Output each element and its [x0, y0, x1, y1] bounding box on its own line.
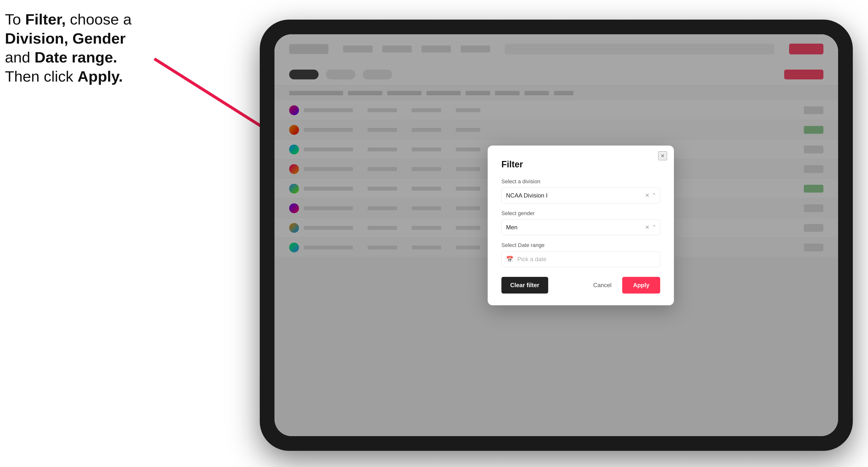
select-icons: ✕ ⌃ — [645, 192, 656, 199]
clear-division-icon[interactable]: ✕ — [645, 192, 649, 199]
calendar-icon: 📅 — [506, 256, 514, 263]
instruction-text: To Filter, choose a Division, Gender and… — [5, 10, 147, 86]
division-select[interactable]: NCAA Division I — [501, 188, 660, 204]
chevron-gender-icon: ⌃ — [652, 224, 656, 230]
chevron-division-icon: ⌃ — [652, 192, 656, 199]
division-label: Select a division — [501, 178, 660, 185]
division-select-wrapper: NCAA Division I ✕ ⌃ — [501, 188, 660, 204]
tablet-frame: × Filter Select a division NCAA Division… — [260, 20, 853, 451]
modal-footer-right: Cancel Apply — [587, 277, 660, 293]
apply-button[interactable]: Apply — [622, 277, 660, 293]
clear-gender-icon[interactable]: ✕ — [645, 224, 649, 230]
gender-select[interactable]: Men — [501, 220, 660, 235]
modal-close-button[interactable]: × — [658, 151, 667, 160]
modal-footer: Clear filter Cancel Apply — [501, 277, 660, 293]
clear-filter-button[interactable]: Clear filter — [501, 277, 548, 293]
modal-overlay: × Filter Select a division NCAA Division… — [275, 34, 838, 436]
date-input[interactable]: 📅 Pick a date — [501, 251, 660, 267]
tablet-screen: × Filter Select a division NCAA Division… — [275, 34, 838, 436]
gender-label: Select gender — [501, 210, 660, 217]
date-label: Select Date range — [501, 242, 660, 248]
gender-form-group: Select gender Men ✕ ⌃ — [501, 210, 660, 235]
division-form-group: Select a division NCAA Division I ✕ ⌃ — [501, 178, 660, 204]
cancel-button[interactable]: Cancel — [587, 277, 618, 293]
division-value: NCAA Division I — [506, 192, 548, 199]
gender-select-icons: ✕ ⌃ — [645, 224, 656, 230]
filter-modal: × Filter Select a division NCAA Division… — [488, 146, 674, 305]
date-form-group: Select Date range 📅 Pick a date — [501, 242, 660, 267]
gender-value: Men — [506, 224, 518, 231]
gender-select-wrapper: Men ✕ ⌃ — [501, 220, 660, 235]
date-placeholder: Pick a date — [517, 256, 547, 263]
modal-title: Filter — [501, 159, 660, 169]
